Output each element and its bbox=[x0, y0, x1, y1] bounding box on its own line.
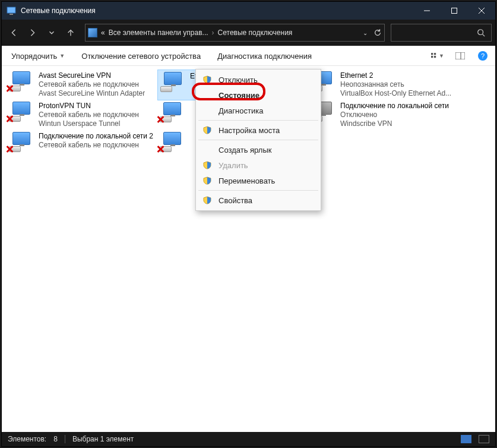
connection-item[interactable]: Подключение по локальной сети 2 Сетевой … bbox=[7, 130, 157, 160]
titlebar: Сетевые подключения bbox=[2, 2, 495, 20]
recent-button[interactable] bbox=[43, 24, 60, 41]
details-view-icon[interactable] bbox=[461, 435, 471, 443]
maximize-button[interactable] bbox=[441, 2, 468, 20]
status-bar: Элементов: 8 Выбран 1 элемент bbox=[2, 432, 495, 446]
nav-bar: « Все элементы панели управ... › Сетевые… bbox=[2, 20, 495, 46]
disable-device-button[interactable]: Отключение сетевого устройства bbox=[78, 49, 204, 63]
ctx-status-label: Состояние bbox=[219, 91, 259, 100]
svg-rect-12 bbox=[434, 56, 436, 58]
connection-device: Wintun Userspace Tunnel bbox=[39, 119, 139, 128]
shield-icon bbox=[203, 126, 211, 134]
close-button[interactable] bbox=[468, 2, 495, 20]
network-adapter-icon bbox=[9, 71, 35, 97]
chevron-down-icon: ▼ bbox=[59, 53, 65, 59]
minimize-button[interactable] bbox=[413, 2, 441, 20]
connection-name: Подключение по локальной сети bbox=[340, 102, 449, 111]
disconnected-x-icon bbox=[156, 145, 164, 153]
refresh-icon[interactable] bbox=[373, 29, 382, 37]
connection-device: VirtualBox Host-Only Ethernet Ad... bbox=[340, 89, 451, 98]
separator bbox=[198, 140, 318, 140]
disconnected-x-icon bbox=[5, 145, 14, 153]
svg-rect-3 bbox=[452, 8, 457, 14]
disconnected-x-icon bbox=[5, 115, 14, 123]
search-icon bbox=[477, 29, 485, 37]
separator bbox=[198, 190, 318, 191]
connection-name: Подключение по локальной сети 2 bbox=[39, 132, 153, 141]
connection-item[interactable]: Avast SecureLine VPN Сетевой кабель не п… bbox=[7, 70, 157, 100]
separator bbox=[198, 120, 318, 121]
breadcrumb-seg2[interactable]: Сетевые подключения bbox=[218, 29, 293, 37]
selection-label: Выбран 1 элемент bbox=[72, 435, 134, 443]
organize-menu[interactable]: Упорядочить ▼ bbox=[8, 49, 68, 63]
svg-point-7 bbox=[478, 30, 483, 35]
diagnose-connection-button[interactable]: Диагностика подключения bbox=[214, 49, 315, 63]
connection-item[interactable]: Подключение по локальной сети Отключено … bbox=[308, 100, 459, 130]
disconnected-x-icon bbox=[156, 115, 164, 124]
help-icon[interactable]: ? bbox=[476, 49, 489, 62]
back-button[interactable] bbox=[5, 24, 22, 41]
svg-rect-11 bbox=[431, 56, 433, 58]
shield-icon bbox=[203, 161, 211, 169]
ctx-shortcut[interactable]: Создать ярлык bbox=[197, 142, 319, 157]
connection-device: Avast SecureLine Wintun Adapter bbox=[39, 89, 145, 98]
ctx-disable[interactable]: Отключить bbox=[197, 72, 319, 87]
chevron-down-icon: ▼ bbox=[439, 53, 444, 59]
search-box[interactable] bbox=[391, 24, 492, 42]
window: Сетевые подключения « Все элементы панел… bbox=[1, 1, 496, 447]
up-button[interactable] bbox=[62, 24, 79, 41]
disconnected-x-icon bbox=[5, 84, 14, 93]
connection-name: Ethernet 2 bbox=[340, 71, 451, 80]
item-count-label: Элементов: bbox=[8, 435, 46, 443]
connection-status: Сетевой кабель не подключен bbox=[39, 111, 139, 119]
app-icon bbox=[7, 6, 16, 15]
connection-device: Windscribe VPN bbox=[340, 119, 449, 128]
chevron-right-icon: › bbox=[212, 29, 214, 37]
organize-label: Упорядочить bbox=[11, 52, 57, 61]
svg-line-8 bbox=[483, 34, 485, 37]
large-icons-view-icon[interactable] bbox=[479, 435, 489, 443]
address-bar[interactable]: « Все элементы панели управ... › Сетевые… bbox=[85, 24, 385, 42]
breadcrumb-seg1[interactable]: Все элементы панели управ... bbox=[109, 29, 208, 37]
context-menu: Отключить Состояние Диагностика Настройк… bbox=[195, 69, 321, 211]
network-adapter-icon bbox=[160, 72, 186, 98]
svg-rect-0 bbox=[7, 7, 15, 13]
ctx-properties[interactable]: Свойства bbox=[197, 193, 319, 208]
command-bar: Упорядочить ▼ Отключение сетевого устрой… bbox=[2, 46, 495, 66]
svg-rect-10 bbox=[434, 53, 436, 55]
view-options-icon[interactable]: ▼ bbox=[431, 49, 444, 62]
svg-rect-9 bbox=[431, 53, 433, 55]
preview-pane-icon[interactable] bbox=[454, 49, 467, 62]
ctx-rename[interactable]: Переименовать bbox=[197, 173, 319, 188]
network-adapter-icon bbox=[9, 132, 35, 158]
ctx-rename-label: Переименовать bbox=[219, 176, 275, 185]
ctx-diagnose[interactable]: Диагностика bbox=[197, 103, 319, 118]
connection-item[interactable]: ProtonVPN TUN Сетевой кабель не подключе… bbox=[7, 100, 157, 130]
ctx-properties-label: Свойства bbox=[219, 196, 252, 205]
svg-rect-1 bbox=[10, 14, 13, 15]
connection-status: Сетевой кабель не подключен bbox=[39, 80, 145, 89]
ctx-status[interactable]: Состояние bbox=[197, 87, 319, 103]
ctx-delete: Удалить bbox=[197, 157, 319, 173]
ctx-bridge[interactable]: Настройка моста bbox=[197, 122, 319, 138]
network-adapter-icon bbox=[160, 132, 186, 158]
chevron-down-icon[interactable]: ⌄ bbox=[363, 30, 368, 36]
connections-area: Avast SecureLine VPN Сетевой кабель не п… bbox=[2, 66, 495, 432]
forward-button[interactable] bbox=[24, 24, 41, 41]
item-count: 8 bbox=[53, 435, 58, 443]
connection-status: Неопознанная сеть bbox=[340, 80, 451, 89]
ctx-disable-label: Отключить bbox=[219, 75, 258, 84]
connection-name: ProtonVPN TUN bbox=[39, 102, 139, 111]
control-panel-icon bbox=[88, 28, 97, 37]
window-title: Сетевые подключения bbox=[21, 7, 413, 15]
shield-icon bbox=[203, 196, 211, 204]
shield-icon bbox=[203, 176, 211, 185]
separator bbox=[65, 435, 65, 443]
connection-item[interactable]: Ethernet 2 Неопознанная сеть VirtualBox … bbox=[308, 70, 459, 100]
ctx-delete-label: Удалить bbox=[219, 161, 248, 170]
breadcrumb-prefix: « bbox=[101, 29, 105, 37]
connection-status: Отключено bbox=[340, 111, 449, 119]
svg-rect-13 bbox=[455, 52, 465, 59]
connection-name: Avast SecureLine VPN bbox=[39, 71, 145, 80]
shield-icon bbox=[203, 75, 211, 84]
connection-status: Сетевой кабель не подключен bbox=[39, 141, 153, 150]
